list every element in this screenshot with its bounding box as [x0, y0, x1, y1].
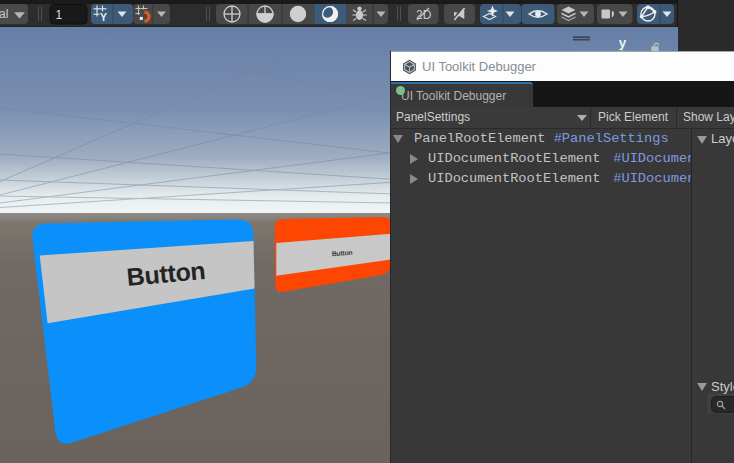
svg-text:Button: Button	[331, 249, 352, 257]
svg-text:y: y	[619, 35, 627, 50]
svg-text:Y: Y	[100, 11, 107, 23]
svg-text:al: al	[0, 7, 8, 21]
svg-text:1: 1	[56, 8, 63, 22]
